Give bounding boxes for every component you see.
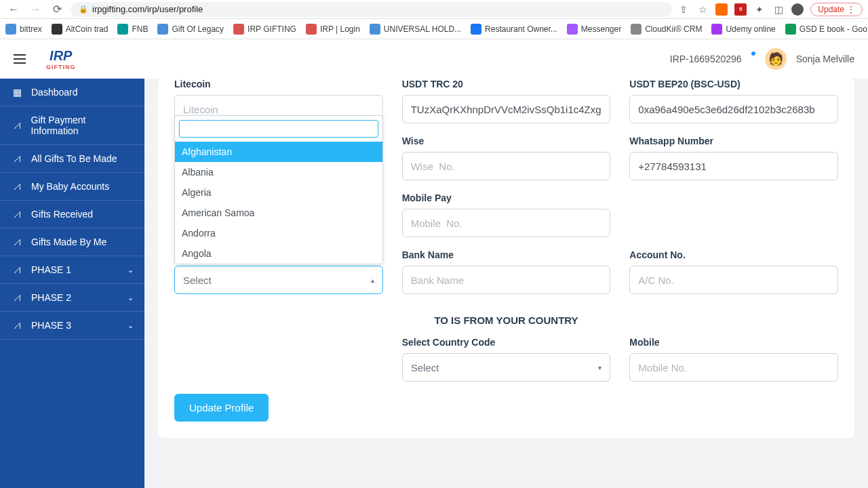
- sidebar-item[interactable]: ⩘My Baby Accounts: [0, 173, 144, 201]
- usdt-bep20-label: USDT BEP20 (BSC-USD): [629, 79, 838, 89]
- mobile-pay-input[interactable]: [402, 209, 611, 237]
- bookmark-favicon-icon: [631, 24, 642, 35]
- country-code-select[interactable]: Select ▾: [402, 353, 611, 382]
- dropdown-option[interactable]: Angola: [175, 243, 382, 264]
- bookmark-favicon-icon: [5, 24, 16, 35]
- sidebar-item-label: All Gifts To Be Made: [31, 153, 117, 164]
- extension-a-icon[interactable]: [715, 3, 728, 16]
- bookmark-favicon-icon: [370, 24, 380, 35]
- extension-b-icon[interactable]: 5: [734, 3, 747, 16]
- ac-holder-select[interactable]: Select ▴: [174, 266, 383, 294]
- bookmark-item[interactable]: Udemy online: [711, 24, 775, 35]
- wise-input[interactable]: [402, 152, 611, 180]
- extensions-icon[interactable]: ✦: [753, 3, 766, 16]
- sidebar-item-label: PHASE 2: [31, 292, 71, 303]
- pulse-icon: ⩘: [11, 237, 23, 247]
- account-no-input[interactable]: [629, 266, 838, 294]
- sidebar-item[interactable]: ⩘Gifts Made By Me: [0, 228, 144, 256]
- sidebar-item[interactable]: ⩘Gift Payment Information: [0, 106, 144, 145]
- menu-toggle-button[interactable]: [14, 54, 26, 64]
- bookmark-item[interactable]: Restaurant Owner...: [471, 24, 557, 35]
- bookmark-favicon-icon: [306, 24, 317, 35]
- share-icon[interactable]: ⇪: [677, 3, 690, 16]
- back-button[interactable]: ←: [5, 1, 22, 18]
- dropdown-option[interactable]: Algeria: [175, 182, 382, 203]
- dropdown-option[interactable]: Andorra: [175, 223, 382, 243]
- dropdown-search-input[interactable]: [179, 120, 378, 138]
- chevron-down-icon: ⌄: [127, 266, 134, 274]
- bookmark-favicon-icon: [567, 24, 578, 35]
- country-code-label: Select Country Code: [402, 337, 611, 348]
- whatsapp-label: Whatsapp Number: [629, 136, 838, 146]
- sidebar: ▦Dashboard⩘Gift Payment Information⩘All …: [0, 79, 144, 488]
- bookmark-favicon-icon: [785, 24, 796, 35]
- sidebar-item-label: Gift Payment Information: [31, 115, 134, 136]
- chevron-down-icon: ⌄: [127, 293, 134, 302]
- pulse-icon: ⩘: [11, 120, 23, 131]
- lock-icon: 🔒: [79, 5, 88, 14]
- bookmark-favicon-icon: [117, 24, 128, 35]
- mobile-input[interactable]: [629, 353, 838, 382]
- bookmark-item[interactable]: Messenger: [567, 24, 621, 35]
- bookmark-item[interactable]: AltCoin trad: [52, 24, 108, 35]
- bookmark-favicon-icon: [52, 24, 62, 35]
- pulse-icon: ⩘: [11, 153, 23, 164]
- profile-avatar-icon[interactable]: [791, 3, 804, 16]
- mobile-label: Mobile: [629, 337, 838, 348]
- bookmarks-bar: bittrexAltCoin tradFNBGift Of LegacyIRP …: [0, 19, 868, 39]
- sidebar-item-label: PHASE 1: [31, 264, 71, 275]
- mobile-pay-label: Mobile Pay: [402, 192, 611, 203]
- side-panel-icon[interactable]: ◫: [772, 3, 785, 16]
- dropdown-option[interactable]: Albania: [175, 162, 382, 182]
- pulse-icon: ⩘: [11, 209, 23, 220]
- forward-button[interactable]: →: [27, 1, 43, 18]
- bookmark-favicon-icon: [157, 24, 168, 35]
- wise-label: Wise: [402, 136, 611, 146]
- sidebar-item-label: Dashboard: [31, 87, 78, 98]
- dropdown-option[interactable]: American Samoa: [175, 203, 382, 223]
- bookmark-favicon-icon: [711, 24, 722, 35]
- profile-form-card: Litecoin USDT TRC 20 USDT BEP20 (BSC-USD…: [158, 79, 854, 438]
- main-content: Litecoin USDT TRC 20 USDT BEP20 (BSC-USD…: [144, 79, 868, 488]
- bookmark-item[interactable]: UNIVERSAL HOLD...: [370, 24, 461, 35]
- reload-button[interactable]: ⟳: [49, 1, 65, 18]
- bank-name-label: Bank Name: [402, 249, 611, 260]
- user-name: Sonja Melville: [796, 54, 854, 64]
- bookmark-item[interactable]: Gift Of Legacy: [157, 24, 224, 35]
- bookmark-item[interactable]: CloudKii® CRM: [631, 24, 702, 35]
- litecoin-label: Litecoin: [174, 79, 383, 89]
- country-dropdown: AfghanistanAlbaniaAlgeriaAmerican SamoaA…: [174, 115, 383, 264]
- url-text: irpgifting.com/irp/user/profile: [92, 4, 203, 14]
- address-bar[interactable]: 🔒 irpgifting.com/irp/user/profile: [71, 2, 672, 17]
- usdt-trc20-input[interactable]: [402, 95, 611, 123]
- section-title: TO IS FROM YOUR COUNTRY: [174, 314, 838, 326]
- sidebar-item-label: My Baby Accounts: [31, 181, 109, 192]
- bookmark-item[interactable]: bittrex: [5, 24, 42, 35]
- update-profile-button[interactable]: Update Profile: [174, 394, 269, 422]
- whatsapp-input[interactable]: [629, 152, 838, 180]
- bookmark-item[interactable]: IRP GIFTING: [233, 24, 296, 35]
- notification-dot-icon[interactable]: [751, 52, 755, 56]
- sidebar-item[interactable]: ⩘Gifts Received: [0, 201, 144, 228]
- browser-toolbar: ← → ⟳ 🔒 irpgifting.com/irp/user/profile …: [0, 0, 868, 19]
- bookmark-item[interactable]: FNB: [117, 24, 148, 35]
- browser-update-button[interactable]: Update ⋮: [810, 3, 863, 16]
- logo[interactable]: IRP GIFTING: [46, 48, 76, 70]
- sidebar-item[interactable]: ⩘All Gifts To Be Made: [0, 145, 144, 173]
- usdt-bep20-input[interactable]: [629, 95, 838, 123]
- chevron-down-icon: ⌄: [127, 321, 134, 330]
- bookmark-item[interactable]: IRP | Login: [306, 24, 360, 35]
- caret-up-icon: ▴: [371, 277, 374, 284]
- avatar[interactable]: 🧑: [765, 48, 787, 70]
- bookmark-favicon-icon: [471, 24, 481, 35]
- bank-name-input[interactable]: [402, 266, 611, 294]
- user-id: IRP-1669520296: [670, 54, 742, 64]
- dropdown-option[interactable]: Afghanistan: [175, 142, 382, 162]
- sidebar-item[interactable]: ⩘PHASE 3⌄: [0, 312, 144, 340]
- sidebar-item[interactable]: ⩘PHASE 2⌄: [0, 284, 144, 312]
- sidebar-item[interactable]: ⩘PHASE 1⌄: [0, 256, 144, 284]
- bookmark-item[interactable]: GSD E book - Goo...: [785, 24, 868, 35]
- caret-down-icon: ▾: [598, 364, 601, 371]
- sidebar-item[interactable]: ▦Dashboard: [0, 79, 144, 106]
- star-icon[interactable]: ☆: [696, 3, 709, 16]
